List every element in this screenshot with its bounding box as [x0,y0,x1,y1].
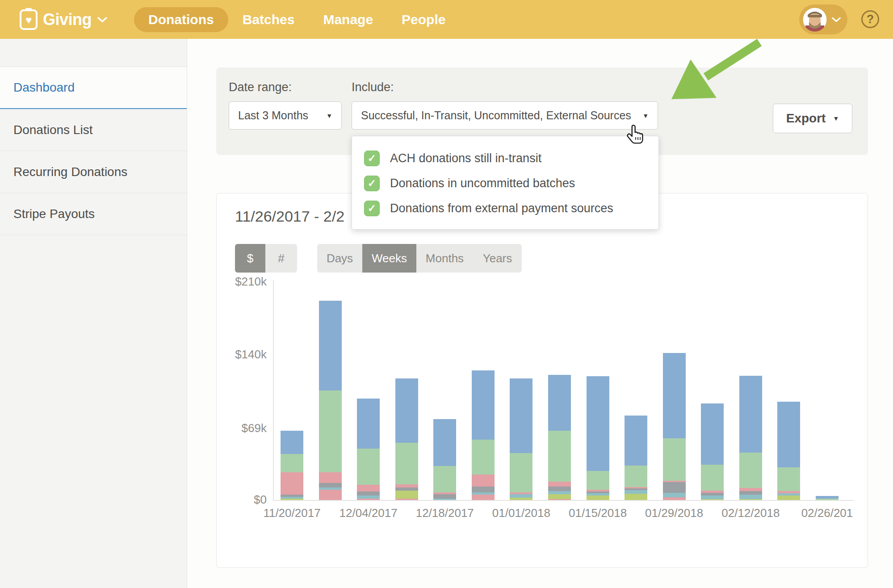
y-axis-tick-label: $69k [217,421,267,435]
bar-segment-red-week-12 [701,491,724,493]
help-button[interactable]: ? [861,10,879,28]
date-range-value: Last 3 Months [238,109,308,122]
bar-segment-green-week-1 [281,454,303,473]
bar-segment-teal-week-6 [472,492,495,495]
bar-segment-olive-week-7 [510,498,532,500]
giving-logo-icon: ♥ [20,9,38,30]
bar-segment-olive-week-14 [777,496,800,500]
nav-tab-people[interactable]: People [387,7,460,32]
period-toggle-days[interactable]: Days [317,244,362,273]
bar-segment-slate-week-10 [625,488,647,490]
x-axis-tick-label: 01/15/2018 [560,506,636,520]
date-range-label: Date range: [229,80,292,94]
bar-segment-blue-week-10 [625,416,647,466]
checkbox-checked-icon[interactable]: ✓ [364,176,380,191]
unit-toggle-$[interactable]: $ [235,244,265,273]
x-axis-tick-label: 02/26/201 [789,506,865,520]
bar-segment-red-week-6 [472,495,495,500]
heart-icon: ♥ [25,15,32,25]
bar-segment-blue-week-13 [739,376,762,453]
bar-segment-red-week-2 [319,472,342,483]
bar-segment-teal-week-11 [663,493,686,497]
include-menu-item-label: Donations in uncommitted batches [390,176,575,190]
unit-toggle-#[interactable]: # [265,244,297,273]
caret-down-icon: ▼ [326,112,332,119]
bar-segment-red-week-6 [472,475,495,487]
checkbox-checked-icon[interactable]: ✓ [364,151,380,166]
period-toggle-years[interactable]: Years [473,244,522,273]
period-toggle-weeks[interactable]: Weeks [362,244,416,273]
sidebar-item-donations-list[interactable]: Donations List [0,109,187,151]
include-menu-item-label: ACH donations still in-transit [390,151,541,165]
y-axis-tick-label: $210k [217,275,267,289]
bar-segment-blue-week-1 [281,431,303,454]
bar-segment-olive-week-1 [281,499,303,500]
user-menu[interactable] [799,4,847,34]
bar-segment-blue-week-7 [510,378,532,453]
include-menu-item[interactable]: ✓Donations in uncommitted batches [352,171,658,196]
checkbox-checked-icon[interactable]: ✓ [364,201,380,216]
bar-segment-red-week-8 [548,482,571,486]
period-toggle-months[interactable]: Months [416,244,473,273]
bar-segment-teal-week-9 [587,493,609,496]
nav-tab-batches[interactable]: Batches [228,7,309,32]
include-dropdown-menu: ✓ACH donations still in-transit✓Donation… [352,136,659,230]
bar-segment-teal-week-14 [777,493,800,496]
nav-tab-donations[interactable]: Donations [134,7,228,32]
bar-segment-red-week-3 [357,485,380,491]
bar-segment-teal-week-8 [548,491,571,494]
mouse-cursor-icon [625,123,648,147]
bar-segment-green-week-10 [625,466,647,487]
nav-tab-manage[interactable]: Manage [309,7,387,32]
bar-segment-olive-week-12 [701,499,724,500]
sidebar-item-dashboard[interactable]: Dashboard [0,67,187,109]
avatar [802,7,828,33]
bar-segment-olive-week-9 [587,496,609,500]
app-title: Giving [43,10,92,29]
bar-segment-blue-week-15 [816,496,838,499]
primary-nav: DonationsBatchesManagePeople [134,0,460,39]
bar-segment-red-week-9 [587,490,609,492]
bar-segment-green-week-6 [472,440,495,475]
bar-segment-slate-week-5 [433,494,456,498]
bar-segment-green-week-12 [701,465,724,491]
bar-segment-red-week-5 [433,492,456,495]
sidebar-item-recurring-donations[interactable]: Recurring Donations [0,151,187,193]
bar-segment-teal-week-10 [625,490,647,494]
sidebar-item-stripe-payouts[interactable]: Stripe Payouts [0,193,187,235]
bar-segment-red-week-13 [739,488,762,491]
y-axis-line [273,280,274,500]
bar-segment-teal-week-13 [739,495,762,499]
bar-segment-green-week-3 [357,449,380,485]
date-range-select[interactable]: Last 3 Months ▼ [229,101,342,130]
bar-segment-blue-week-3 [357,399,380,449]
y-axis-tick-label: $0 [217,493,267,507]
bar-segment-olive-week-4 [395,491,418,498]
bar-segment-blue-week-9 [587,376,609,470]
bar-segment-green-week-15 [816,499,838,500]
x-axis-tick-label: 12/18/2017 [407,506,483,520]
app-switcher[interactable]: ♥ Giving [20,0,108,39]
bar-segment-slate-week-2 [319,483,342,487]
chart-card: 11/26/2017 - 2/2 $# DaysWeeksMonthsYears… [216,193,868,568]
bar-segment-blue-week-6 [472,370,495,440]
bar-segment-red-week-10 [625,487,647,488]
caret-down-icon: ▼ [833,115,839,122]
chevron-down-icon [97,17,108,23]
x-axis-tick-label: 01/29/2018 [636,506,712,520]
include-menu-item[interactable]: ✓ACH donations still in-transit [352,146,658,171]
bar-segment-green-week-5 [433,466,456,492]
chevron-down-icon [831,17,841,23]
bar-segment-slate-week-11 [663,482,686,492]
bar-segment-slate-week-13 [739,491,762,495]
bar-segment-slate-week-4 [395,487,418,491]
include-select[interactable]: Successful, In-Transit, Uncommitted, Ext… [352,101,658,130]
top-navbar: ♥ Giving DonationsBatchesManagePeople ? [0,0,893,39]
include-menu-item[interactable]: ✓Donations from external payment sources [352,196,658,221]
y-axis-tick-label: $140k [217,348,267,361]
export-label: Export [786,111,826,126]
bar-segment-green-week-2 [319,391,342,473]
bar-segment-blue-week-5 [433,419,456,466]
bar-segment-slate-week-3 [357,491,380,495]
bar-segment-red-week-7 [510,492,532,495]
